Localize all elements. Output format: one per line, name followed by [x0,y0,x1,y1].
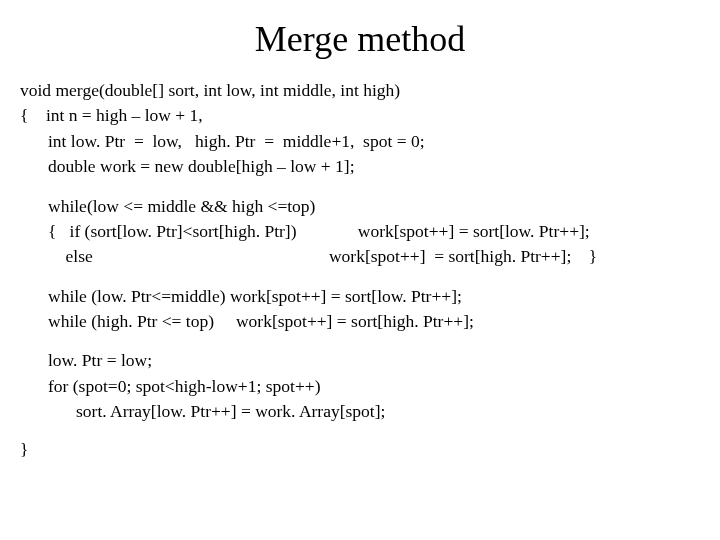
code-line: void merge(double[] sort, int low, int m… [20,78,700,103]
code-line: double work = new double[high – low + 1]… [20,154,700,179]
code-line: while(low <= middle && high <=top) [48,194,700,219]
code-line: int low. Ptr = low, high. Ptr = middle+1… [20,129,700,154]
code-line: for (spot=0; spot<high-low+1; spot++) [48,374,700,399]
code-block-copy-back: low. Ptr = low; for (spot=0; spot<high-l… [20,348,700,424]
code-line: while (high. Ptr <= top) work[spot++] = … [48,309,700,334]
code-line: { int n = high – low + 1, [20,103,700,128]
code-line: while (low. Ptr<=middle) work[spot++] = … [48,284,700,309]
code-line: else work[spot++] = sort[high. Ptr++]; } [48,244,700,269]
closing-brace: } [20,439,700,460]
code-line: low. Ptr = low; [48,348,700,373]
code-block-declaration: void merge(double[] sort, int low, int m… [20,78,700,180]
slide: Merge method void merge(double[] sort, i… [0,0,720,480]
slide-title: Merge method [20,18,700,60]
code-line: { if (sort[low. Ptr]<sort[high. Ptr]) wo… [48,219,700,244]
code-block-while-remainder: while (low. Ptr<=middle) work[spot++] = … [20,284,700,335]
code-line: sort. Array[low. Ptr++] = work. Array[sp… [48,399,700,424]
code-block-while-merge: while(low <= middle && high <=top) { if … [20,194,700,270]
